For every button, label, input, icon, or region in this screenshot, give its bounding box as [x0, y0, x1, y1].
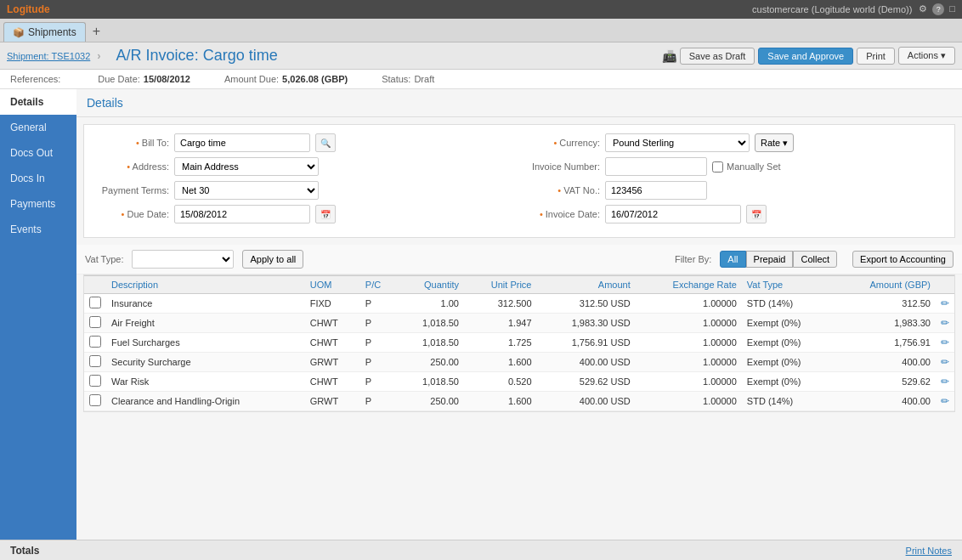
row-checkbox-cell[interactable]	[84, 353, 106, 372]
app-logo-area: Logitude	[7, 3, 50, 15]
row-edit-cell[interactable]: ✏	[936, 353, 954, 372]
invoice-number-input[interactable]	[605, 157, 707, 176]
row-checkbox-cell[interactable]	[84, 372, 106, 392]
row-checkbox-cell[interactable]	[84, 294, 106, 314]
address-select[interactable]: Main Address	[174, 157, 319, 176]
col-unit-price[interactable]: Unit Price	[464, 276, 537, 294]
sidebar-item-docs-out[interactable]: Docs Out	[0, 140, 76, 166]
row-edit-cell[interactable]: ✏	[936, 392, 954, 411]
fax-icon[interactable]: 📠	[662, 49, 676, 63]
app-logo: Logitude	[7, 3, 50, 15]
bill-to-label: Bill To:	[93, 138, 169, 148]
tab-bar: 📦 Shipments +	[0, 19, 962, 42]
table-row: War Risk CHWT P 1,018.50 0.520 529.62 US…	[84, 372, 954, 392]
print-notes-link[interactable]: Print Notes	[906, 546, 952, 556]
row-checkbox[interactable]	[89, 297, 101, 308]
invoice-table: Description UOM P/C Quantity Unit Price …	[84, 275, 954, 411]
col-description[interactable]: Description	[106, 276, 305, 294]
row-checkbox-cell[interactable]	[84, 314, 106, 333]
save-draft-button[interactable]: Save as Draft	[680, 48, 755, 65]
due-date-calendar-button[interactable]: 📅	[315, 205, 336, 223]
row-description: War Risk	[106, 372, 305, 392]
row-edit-cell[interactable]: ✏	[936, 294, 954, 314]
manually-set-checkbox[interactable]	[712, 161, 723, 173]
payment-terms-label: Payment Terms:	[93, 185, 169, 195]
shipments-tab[interactable]: 📦 Shipments	[3, 22, 86, 42]
row-checkbox[interactable]	[89, 336, 101, 348]
row-quantity: 1,018.50	[397, 372, 464, 392]
edit-icon[interactable]: ✏	[941, 337, 949, 348]
add-tab-button[interactable]: +	[86, 21, 107, 42]
row-edit-cell[interactable]: ✏	[936, 314, 954, 333]
manually-set-label[interactable]: Manually Set	[712, 161, 781, 173]
row-checkbox[interactable]	[89, 375, 101, 387]
sidebar-item-payments[interactable]: Payments	[0, 191, 76, 217]
print-button[interactable]: Print	[857, 48, 895, 65]
payment-terms-select[interactable]: Net 30	[174, 181, 319, 200]
row-checkbox-cell[interactable]	[84, 392, 106, 411]
address-label: Address:	[93, 161, 169, 172]
actions-button[interactable]: Actions ▾	[898, 47, 955, 65]
col-quantity[interactable]: Quantity	[397, 276, 464, 294]
bill-to-search-button[interactable]: 🔍	[315, 133, 336, 152]
export-accounting-button[interactable]: Export to Accounting	[852, 251, 954, 268]
content-area: Details Bill To: 🔍 Currency: Pound Sterl…	[76, 89, 962, 556]
col-uom[interactable]: UOM	[305, 276, 360, 294]
save-approve-button[interactable]: Save and Approve	[758, 48, 853, 65]
row-vat-type: Exempt (0%)	[742, 333, 834, 353]
invoice-table-wrap: Description UOM P/C Quantity Unit Price …	[83, 274, 955, 412]
row-edit-cell[interactable]: ✏	[936, 372, 954, 392]
col-amount-gbp[interactable]: Amount (GBP)	[834, 276, 936, 294]
filter-collect-button[interactable]: Collect	[793, 251, 837, 268]
edit-icon[interactable]: ✏	[941, 297, 949, 309]
sidebar-item-details[interactable]: Details	[0, 89, 76, 115]
vat-type-select[interactable]	[132, 250, 234, 269]
sidebar-item-docs-in[interactable]: Docs In	[0, 166, 76, 191]
filter-all-button[interactable]: All	[720, 251, 745, 268]
row-exchange-rate: 1.00000	[636, 392, 742, 411]
vat-no-input[interactable]	[605, 181, 707, 200]
sidebar-item-general[interactable]: General	[0, 115, 76, 140]
col-amount[interactable]: Amount	[537, 276, 636, 294]
invoice-title: A/R Invoice: Cargo time	[108, 47, 655, 65]
window-icon[interactable]: □	[949, 3, 955, 15]
rate-button[interactable]: Rate ▾	[755, 133, 794, 152]
invoice-date-input[interactable]	[605, 205, 741, 223]
table-row: Clearance and Handling-Origin GRWT P 250…	[84, 392, 954, 411]
invoice-date-calendar-button[interactable]: 📅	[746, 205, 767, 223]
edit-icon[interactable]: ✏	[941, 376, 949, 387]
currency-col: Currency: Pound Sterling Rate ▾	[523, 133, 946, 152]
table-row: Security Surcharge GRWT P 250.00 1.600 4…	[84, 353, 954, 372]
row-checkbox[interactable]	[89, 394, 101, 406]
invoice-tbody: Insurance FIXD P 1.00 312.500 312.50 USD…	[84, 294, 954, 411]
col-exchange-rate[interactable]: Exchange Rate	[636, 276, 742, 294]
row-unit-price: 1.725	[464, 333, 537, 353]
info-bar: References: Due Date: 15/08/2012 Amount …	[0, 70, 962, 89]
edit-icon[interactable]: ✏	[941, 356, 949, 368]
apply-to-all-button[interactable]: Apply to all	[242, 250, 303, 269]
edit-icon[interactable]: ✏	[941, 317, 949, 329]
shipment-link[interactable]: Shipment: TSE1032	[7, 51, 90, 61]
currency-select[interactable]: Pound Sterling	[605, 133, 750, 152]
col-pc[interactable]: P/C	[360, 276, 398, 294]
row-edit-cell[interactable]: ✏	[936, 333, 954, 353]
help-icon[interactable]: ?	[932, 3, 944, 15]
invoice-number-label: Invoice Number:	[523, 161, 600, 172]
filter-by-label: Filter By:	[675, 254, 711, 264]
col-vat-type[interactable]: Vat Type	[742, 276, 834, 294]
edit-icon[interactable]: ✏	[941, 395, 949, 407]
due-date-input[interactable]	[174, 205, 310, 223]
row-checkbox[interactable]	[89, 355, 101, 367]
row-description: Fuel Surcharges	[106, 333, 305, 353]
due-date-item: Due Date: 15/08/2012	[98, 74, 190, 84]
vat-no-label: VAT No.:	[523, 185, 600, 195]
sidebar-item-events[interactable]: Events	[0, 217, 76, 242]
row-description: Clearance and Handling-Origin	[106, 392, 305, 411]
top-icons: ⚙ ? □	[919, 3, 955, 15]
bill-to-input[interactable]	[174, 133, 310, 152]
gear-icon[interactable]: ⚙	[919, 3, 927, 15]
row-vat-type: Exempt (0%)	[742, 353, 834, 372]
row-checkbox-cell[interactable]	[84, 333, 106, 353]
filter-prepaid-button[interactable]: Prepaid	[746, 251, 794, 268]
row-checkbox[interactable]	[89, 316, 101, 328]
